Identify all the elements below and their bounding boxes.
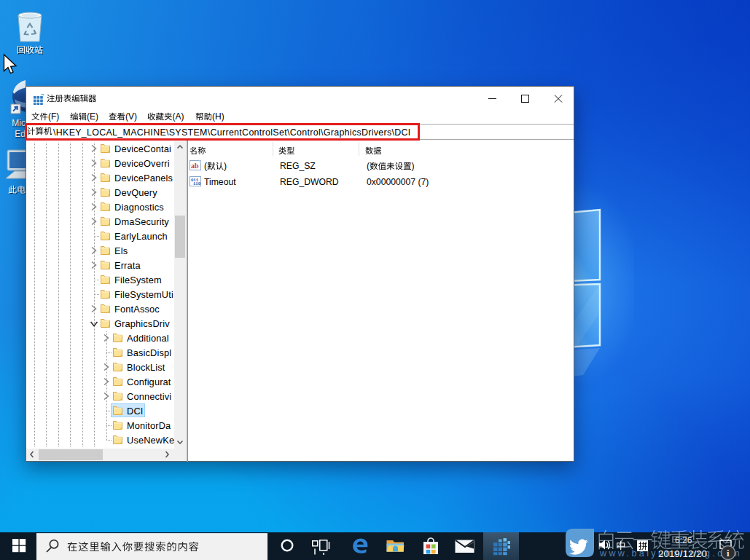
svg-text:ab: ab (191, 162, 199, 170)
svg-text:110: 110 (193, 181, 201, 186)
svg-text:i: i (727, 548, 730, 559)
svg-text:): ) (224, 162, 227, 171)
svg-text:(: ( (204, 162, 207, 171)
svg-text:(: ( (367, 162, 370, 171)
svg-text:): ) (412, 162, 415, 171)
